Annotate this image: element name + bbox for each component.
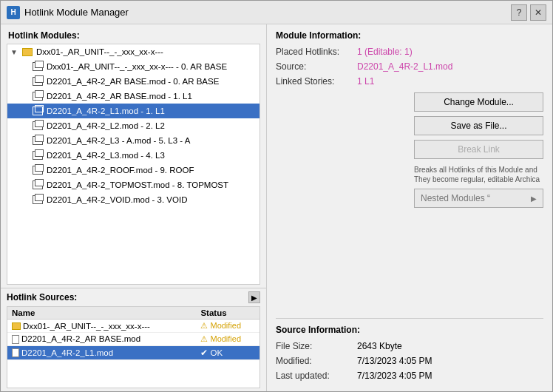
module-icon (33, 166, 43, 175)
nested-modules-arrow: ▶ (531, 195, 537, 203)
last-updated-label: Last updated: (276, 371, 357, 381)
modified-value: 7/13/2023 4:05 PM (357, 356, 432, 366)
module-info-section: Module Information: Placed Hotlinks: 1 (… (276, 30, 543, 315)
change-module-button[interactable]: Change Module... (414, 92, 543, 112)
source-name: D2201_A_4R-2_AR BASE.mod (21, 334, 140, 343)
source-name: Dxx01-_AR_UNIT--_-_xxx_xx-x--- (23, 322, 150, 331)
source-name: D2201_A_4R-2_L1.mod (21, 348, 113, 357)
tree-item-label: D2201_A_4R-2_ROOF.mod - 9. ROOF (47, 166, 194, 175)
dialog-body: Hotlink Modules: ▼Dxx01-_AR_UNIT--_-_xxx… (1, 24, 552, 391)
expand-sources-button[interactable]: ▶ (248, 291, 260, 303)
tree-item[interactable]: D2201_A_4R-2_L3.mod - 4. L3 (7, 148, 259, 163)
source-info-header: Source Information: (276, 325, 543, 335)
save-as-file-button[interactable]: Save as File... (414, 116, 543, 135)
status-label: OK (211, 348, 223, 357)
tree-item-label: Dxx01-_AR_UNIT--_-_xxx_xx-x--- - 0. AR B… (47, 62, 227, 71)
tree-item-label: D2201_A_4R-2_AR BASE.mod - 1. L1 (47, 92, 192, 101)
hotlink-sources-header-row: Hotlink Sources: ▶ (1, 288, 266, 306)
hotlink-modules-tree[interactable]: ▼Dxx01-_AR_UNIT--_-_xxx_xx-x---Dxx01-_AR… (7, 44, 260, 285)
break-link-button[interactable]: Break Link (414, 140, 543, 159)
module-icon (33, 107, 43, 115)
close-button[interactable]: ✕ (530, 4, 546, 21)
module-info-header: Module Information: (276, 30, 543, 41)
last-updated-value: 7/13/2023 4:05 PM (357, 371, 432, 381)
nested-modules-label: Nested Modules “ (421, 193, 490, 203)
tree-item-label: D2201_A_4R-2_L1.mod - 1. L1 (47, 107, 165, 115)
source-info-section: Source Information: File Size: 2643 Kbyt… (276, 318, 543, 385)
nested-modules-button[interactable]: Nested Modules “ ▶ (414, 189, 543, 208)
tree-item[interactable]: D2201_A_4R-2_VOID.mod - 3. VOID (7, 192, 259, 207)
file-size-value: 2643 Kbyte (357, 341, 402, 351)
tree-item[interactable]: D2201_A_4R-2_TOPMOST.mod - 8. TOPMOST (7, 178, 259, 192)
title-bar: H Hotlink Module Manager ? ✕ (1, 1, 552, 24)
warning-icon: ⚠ (200, 334, 210, 343)
module-icon (33, 77, 43, 86)
ok-icon: ✔ (200, 348, 210, 357)
last-updated-row: Last updated: 7/13/2023 4:05 PM (276, 371, 543, 381)
left-panel: Hotlink Modules: ▼Dxx01-_AR_UNIT--_-_xxx… (1, 24, 267, 391)
tree-item[interactable]: D2201_A_4R-2_L3 - A.mod - 5. L3 - A (7, 133, 259, 148)
file-size-label: File Size: (276, 341, 357, 351)
module-icon (33, 62, 43, 71)
modified-label: Modified: (276, 356, 357, 366)
source-value: D2201_A_4R-2_L1.mod (357, 61, 452, 72)
tree-item[interactable]: Dxx01-_AR_UNIT--_-_xxx_xx-x--- - 0. AR B… (7, 59, 259, 74)
sources-column-header: Status (196, 307, 259, 320)
modified-row: Modified: 7/13/2023 4:05 PM (276, 356, 543, 366)
placed-hotlinks-label: Placed Hotlinks: (276, 47, 357, 57)
tree-item[interactable]: D2201_A_4R-2_ROOF.mod - 9. ROOF (7, 163, 259, 178)
source-label: Source: (276, 61, 357, 72)
source-row: Source: D2201_A_4R-2_L1.mod (276, 61, 543, 72)
placed-hotlinks-row: Placed Hotlinks: 1 (Editable: 1) (276, 47, 543, 57)
linked-stories-row: Linked Stories: 1 L1 (276, 76, 543, 87)
tree-item[interactable]: D2201_A_4R-2_AR BASE.mod - 0. AR BASE (7, 74, 259, 89)
help-button[interactable]: ? (511, 4, 527, 21)
sources-column-header: Name (7, 307, 196, 320)
tree-item-label: D2201_A_4R-2_L3 - A.mod - 5. L3 - A (47, 136, 190, 145)
tree-item[interactable]: D2201_A_4R-2_L2.mod - 2. L2 (7, 118, 259, 133)
hotlink-sources-table[interactable]: NameStatusDxx01-_AR_UNIT--_-_xxx_xx-x---… (7, 306, 260, 388)
dialog-title: Hotlink Module Manager (24, 7, 511, 18)
tree-item[interactable]: ▼Dxx01-_AR_UNIT--_-_xxx_xx-x--- (7, 44, 259, 59)
module-icon (33, 180, 43, 189)
doc-icon (12, 348, 19, 357)
placed-hotlinks-value: 1 (Editable: 1) (357, 47, 413, 57)
break-link-note: Breaks all Hotlinks of this Module and T… (414, 165, 543, 184)
doc-icon (12, 335, 19, 344)
tree-item-label: D2201_A_4R-2_L3.mod - 4. L3 (47, 151, 165, 160)
linked-stories-label: Linked Stories: (276, 76, 357, 87)
hotlink-sources-label: Hotlink Sources: (7, 292, 77, 303)
tree-item-label: D2201_A_4R-2_TOPMOST.mod - 8. TOPMOST (47, 180, 228, 189)
module-icon (33, 121, 43, 130)
linked-stories-value: 1 L1 (357, 76, 374, 87)
title-bar-buttons: ? ✕ (511, 4, 546, 21)
module-icon (33, 151, 43, 160)
tree-item-label: D2201_A_4R-2_AR BASE.mod - 0. AR BASE (47, 77, 219, 86)
hotlink-modules-header: Hotlink Modules: (1, 24, 266, 44)
hotlink-sources-section: Hotlink Sources: ▶ NameStatusDxx01-_AR_U… (1, 288, 266, 391)
tree-item[interactable]: D2201_A_4R-2_AR BASE.mod - 1. L1 (7, 89, 259, 104)
module-icon (33, 136, 43, 145)
folder-icon (12, 322, 21, 330)
right-panel: Module Information: Placed Hotlinks: 1 (… (267, 24, 552, 391)
module-icon (33, 195, 43, 204)
tree-item[interactable]: D2201_A_4R-2_L1.mod - 1. L1 (7, 104, 259, 118)
module-icon (33, 92, 43, 101)
source-row[interactable]: D2201_A_4R-2_AR BASE.mod⚠ Modified (7, 333, 259, 346)
warning-icon: ⚠ (200, 321, 210, 330)
tree-item-label: D2201_A_4R-2_L2.mod - 2. L2 (47, 121, 165, 130)
tree-item-label: D2201_A_4R-2_VOID.mod - 3. VOID (47, 195, 187, 204)
tree-item-label: Dxx01-_AR_UNIT--_-_xxx_xx-x--- (36, 47, 163, 56)
app-icon: H (7, 6, 20, 19)
folder-icon (22, 48, 33, 56)
source-row[interactable]: D2201_A_4R-2_L1.mod✔ OK (7, 346, 259, 360)
module-buttons-section: Change Module... Save as File... Break L… (276, 92, 543, 208)
status-label: Modified (210, 321, 241, 330)
status-label: Modified (210, 334, 241, 343)
file-size-row: File Size: 2643 Kbyte (276, 341, 543, 351)
hotlink-module-manager-dialog: H Hotlink Module Manager ? ✕ Hotlink Mod… (0, 0, 553, 392)
source-row[interactable]: Dxx01-_AR_UNIT--_-_xxx_xx-x---⚠ Modified (7, 320, 259, 333)
